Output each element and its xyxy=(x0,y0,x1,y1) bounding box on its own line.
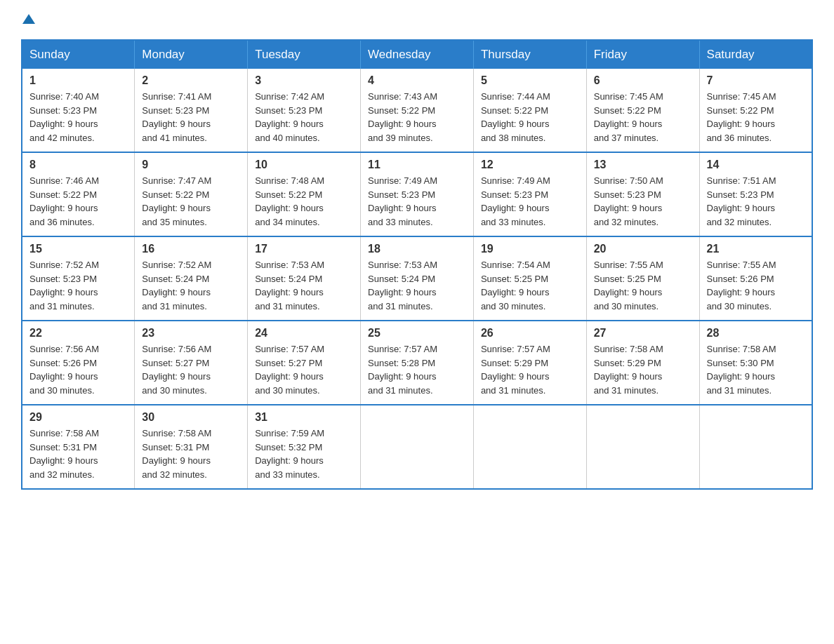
day-number: 24 xyxy=(255,327,353,340)
day-info: Sunrise: 7:51 AMSunset: 5:23 PMDaylight:… xyxy=(707,174,805,229)
calendar-cell: 17 Sunrise: 7:53 AMSunset: 5:24 PMDaylig… xyxy=(248,236,361,321)
calendar-cell: 27 Sunrise: 7:58 AMSunset: 5:29 PMDaylig… xyxy=(586,321,699,405)
calendar-cell: 7 Sunrise: 7:45 AMSunset: 5:22 PMDayligh… xyxy=(699,69,812,152)
day-number: 1 xyxy=(29,74,127,87)
calendar-cell: 20 Sunrise: 7:55 AMSunset: 5:25 PMDaylig… xyxy=(586,236,699,321)
day-info: Sunrise: 7:58 AMSunset: 5:31 PMDaylight:… xyxy=(142,427,240,481)
calendar-cell: 30 Sunrise: 7:58 AMSunset: 5:31 PMDaylig… xyxy=(135,405,248,489)
page-header xyxy=(21,14,813,25)
calendar-table: SundayMondayTuesdayWednesdayThursdayFrid… xyxy=(21,39,813,490)
day-info: Sunrise: 7:40 AMSunset: 5:23 PMDaylight:… xyxy=(29,90,127,145)
day-number: 13 xyxy=(594,159,692,171)
day-info: Sunrise: 7:57 AMSunset: 5:29 PMDaylight:… xyxy=(481,342,579,397)
calendar-cell xyxy=(473,405,586,489)
day-header-thursday: Thursday xyxy=(473,40,586,69)
day-number: 23 xyxy=(142,327,240,340)
day-info: Sunrise: 7:58 AMSunset: 5:31 PMDaylight:… xyxy=(29,427,127,481)
calendar-cell: 10 Sunrise: 7:48 AMSunset: 5:22 PMDaylig… xyxy=(248,152,361,236)
day-info: Sunrise: 7:45 AMSunset: 5:22 PMDaylight:… xyxy=(707,90,805,145)
day-number: 14 xyxy=(707,159,805,171)
day-info: Sunrise: 7:57 AMSunset: 5:28 PMDaylight:… xyxy=(368,342,466,397)
day-number: 15 xyxy=(29,243,127,255)
calendar-cell: 18 Sunrise: 7:53 AMSunset: 5:24 PMDaylig… xyxy=(361,236,474,321)
day-number: 4 xyxy=(368,74,466,87)
day-info: Sunrise: 7:53 AMSunset: 5:24 PMDaylight:… xyxy=(368,258,466,313)
calendar-cell: 19 Sunrise: 7:54 AMSunset: 5:25 PMDaylig… xyxy=(473,236,586,321)
day-number: 22 xyxy=(29,327,127,340)
calendar-week-row: 22 Sunrise: 7:56 AMSunset: 5:26 PMDaylig… xyxy=(22,321,812,405)
calendar-cell: 13 Sunrise: 7:50 AMSunset: 5:23 PMDaylig… xyxy=(586,152,699,236)
day-info: Sunrise: 7:58 AMSunset: 5:30 PMDaylight:… xyxy=(707,342,805,397)
day-info: Sunrise: 7:55 AMSunset: 5:25 PMDaylight:… xyxy=(594,258,692,313)
calendar-header-row: SundayMondayTuesdayWednesdayThursdayFrid… xyxy=(22,40,812,69)
day-number: 6 xyxy=(594,74,692,87)
calendar-cell: 14 Sunrise: 7:51 AMSunset: 5:23 PMDaylig… xyxy=(699,152,812,236)
calendar-cell: 9 Sunrise: 7:47 AMSunset: 5:22 PMDayligh… xyxy=(135,152,248,236)
calendar-cell: 2 Sunrise: 7:41 AMSunset: 5:23 PMDayligh… xyxy=(135,69,248,152)
day-number: 7 xyxy=(707,74,805,87)
day-info: Sunrise: 7:45 AMSunset: 5:22 PMDaylight:… xyxy=(594,90,692,145)
day-number: 26 xyxy=(481,327,579,340)
day-header-saturday: Saturday xyxy=(699,40,812,69)
calendar-cell: 28 Sunrise: 7:58 AMSunset: 5:30 PMDaylig… xyxy=(699,321,812,405)
day-info: Sunrise: 7:48 AMSunset: 5:22 PMDaylight:… xyxy=(255,174,353,229)
day-info: Sunrise: 7:41 AMSunset: 5:23 PMDaylight:… xyxy=(142,90,240,145)
day-number: 18 xyxy=(368,243,466,255)
day-header-wednesday: Wednesday xyxy=(361,40,474,69)
day-info: Sunrise: 7:49 AMSunset: 5:23 PMDaylight:… xyxy=(481,174,579,229)
day-info: Sunrise: 7:50 AMSunset: 5:23 PMDaylight:… xyxy=(594,174,692,229)
calendar-cell: 11 Sunrise: 7:49 AMSunset: 5:23 PMDaylig… xyxy=(361,152,474,236)
day-info: Sunrise: 7:44 AMSunset: 5:22 PMDaylight:… xyxy=(481,90,579,145)
day-number: 16 xyxy=(142,243,240,255)
calendar-cell: 24 Sunrise: 7:57 AMSunset: 5:27 PMDaylig… xyxy=(248,321,361,405)
day-number: 12 xyxy=(481,159,579,171)
day-info: Sunrise: 7:47 AMSunset: 5:22 PMDaylight:… xyxy=(142,174,240,229)
day-info: Sunrise: 7:55 AMSunset: 5:26 PMDaylight:… xyxy=(707,258,805,313)
day-number: 8 xyxy=(29,159,127,171)
calendar-cell: 15 Sunrise: 7:52 AMSunset: 5:23 PMDaylig… xyxy=(22,236,135,321)
day-info: Sunrise: 7:56 AMSunset: 5:26 PMDaylight:… xyxy=(29,342,127,397)
calendar-cell xyxy=(586,405,699,489)
calendar-cell: 21 Sunrise: 7:55 AMSunset: 5:26 PMDaylig… xyxy=(699,236,812,321)
calendar-cell: 5 Sunrise: 7:44 AMSunset: 5:22 PMDayligh… xyxy=(473,69,586,152)
calendar-week-row: 29 Sunrise: 7:58 AMSunset: 5:31 PMDaylig… xyxy=(22,405,812,489)
calendar-cell: 26 Sunrise: 7:57 AMSunset: 5:29 PMDaylig… xyxy=(473,321,586,405)
calendar-cell: 25 Sunrise: 7:57 AMSunset: 5:28 PMDaylig… xyxy=(361,321,474,405)
calendar-cell xyxy=(699,405,812,489)
logo-icon xyxy=(21,14,35,25)
calendar-cell: 12 Sunrise: 7:49 AMSunset: 5:23 PMDaylig… xyxy=(473,152,586,236)
day-header-friday: Friday xyxy=(586,40,699,69)
calendar-cell: 29 Sunrise: 7:58 AMSunset: 5:31 PMDaylig… xyxy=(22,405,135,489)
day-header-tuesday: Tuesday xyxy=(248,40,361,69)
calendar-week-row: 1 Sunrise: 7:40 AMSunset: 5:23 PMDayligh… xyxy=(22,69,812,152)
calendar-cell: 22 Sunrise: 7:56 AMSunset: 5:26 PMDaylig… xyxy=(22,321,135,405)
day-info: Sunrise: 7:57 AMSunset: 5:27 PMDaylight:… xyxy=(255,342,353,397)
day-number: 21 xyxy=(707,243,805,255)
day-number: 5 xyxy=(481,74,579,87)
day-info: Sunrise: 7:52 AMSunset: 5:24 PMDaylight:… xyxy=(142,258,240,313)
day-number: 29 xyxy=(29,411,127,424)
day-number: 31 xyxy=(255,411,353,424)
day-number: 30 xyxy=(142,411,240,424)
day-number: 9 xyxy=(142,159,240,171)
calendar-cell: 6 Sunrise: 7:45 AMSunset: 5:22 PMDayligh… xyxy=(586,69,699,152)
day-info: Sunrise: 7:56 AMSunset: 5:27 PMDaylight:… xyxy=(142,342,240,397)
logo xyxy=(21,14,35,25)
day-number: 20 xyxy=(594,243,692,255)
day-number: 10 xyxy=(255,159,353,171)
calendar-cell: 8 Sunrise: 7:46 AMSunset: 5:22 PMDayligh… xyxy=(22,152,135,236)
day-info: Sunrise: 7:54 AMSunset: 5:25 PMDaylight:… xyxy=(481,258,579,313)
day-number: 25 xyxy=(368,327,466,340)
day-info: Sunrise: 7:43 AMSunset: 5:22 PMDaylight:… xyxy=(368,90,466,145)
day-header-monday: Monday xyxy=(135,40,248,69)
day-number: 17 xyxy=(255,243,353,255)
calendar-cell xyxy=(361,405,474,489)
day-info: Sunrise: 7:58 AMSunset: 5:29 PMDaylight:… xyxy=(594,342,692,397)
day-info: Sunrise: 7:49 AMSunset: 5:23 PMDaylight:… xyxy=(368,174,466,229)
day-info: Sunrise: 7:46 AMSunset: 5:22 PMDaylight:… xyxy=(29,174,127,229)
calendar-cell: 16 Sunrise: 7:52 AMSunset: 5:24 PMDaylig… xyxy=(135,236,248,321)
calendar-cell: 4 Sunrise: 7:43 AMSunset: 5:22 PMDayligh… xyxy=(361,69,474,152)
day-number: 3 xyxy=(255,74,353,87)
day-header-sunday: Sunday xyxy=(22,40,135,69)
calendar-cell: 1 Sunrise: 7:40 AMSunset: 5:23 PMDayligh… xyxy=(22,69,135,152)
